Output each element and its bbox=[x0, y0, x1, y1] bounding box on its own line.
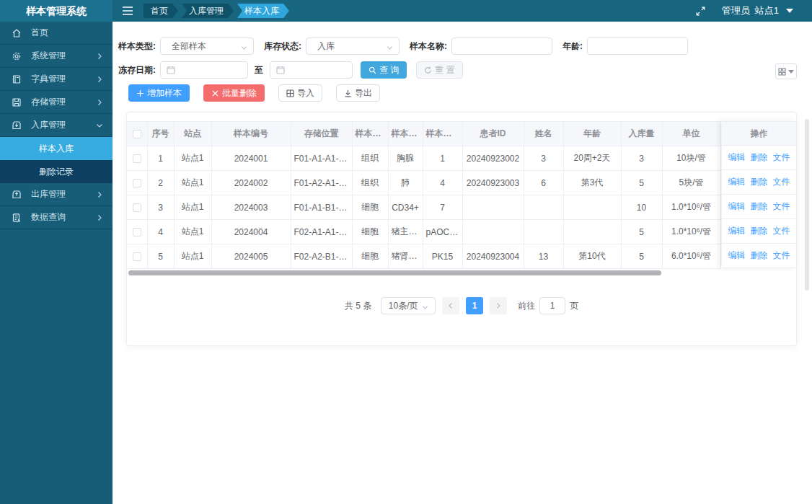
chevron-right-icon bbox=[96, 99, 103, 106]
sidebar-item-dictionary[interactable]: 字典管理 bbox=[0, 68, 112, 91]
horizontal-scrollbar-thumb[interactable] bbox=[128, 270, 661, 275]
age-input[interactable] bbox=[593, 41, 681, 51]
vertical-scrollbar-thumb[interactable] bbox=[805, 119, 809, 291]
user-menu[interactable]: 管理员 站点1 bbox=[722, 4, 793, 17]
table-cell: 1.0*10⁶/管 bbox=[662, 195, 720, 220]
delete-link[interactable]: 删除 bbox=[751, 176, 768, 188]
column-header: 序号 bbox=[147, 122, 174, 146]
delete-link[interactable]: 删除 bbox=[751, 200, 768, 213]
goto-page: 前往 页 bbox=[518, 297, 578, 314]
stock-status-select[interactable]: 入库 bbox=[306, 37, 400, 55]
row-checkbox[interactable] bbox=[133, 252, 141, 261]
table-cell: 6 bbox=[524, 171, 563, 195]
file-link[interactable]: 文件 bbox=[773, 249, 790, 262]
breadcrumb-item[interactable]: 首页 bbox=[144, 4, 178, 18]
table-cell: 5 bbox=[621, 220, 662, 244]
edit-link[interactable]: 编辑 bbox=[728, 249, 746, 262]
chevron-right-icon bbox=[96, 191, 103, 198]
page-number-button[interactable]: 1 bbox=[466, 297, 483, 314]
row-checkbox[interactable] bbox=[133, 179, 141, 187]
table-cell: F01-A2-A1-B2 bbox=[291, 171, 352, 195]
import-button[interactable]: 导入 bbox=[278, 84, 322, 102]
pagination-total: 共 5 条 bbox=[345, 300, 371, 312]
file-link[interactable]: 文件 bbox=[773, 151, 790, 164]
sidebar-item-inbound[interactable]: 入库管理 bbox=[0, 114, 112, 137]
table-row: 5站点12024005F02-A2-B1-B5细胞猪肾上皮PK152024092… bbox=[127, 244, 720, 269]
chevron-down-icon bbox=[788, 70, 794, 74]
sidebar-item-data-query[interactable]: 数据查询 bbox=[0, 206, 112, 229]
table-cell: 5 bbox=[147, 244, 174, 269]
user-role: 管理员 bbox=[722, 4, 750, 17]
table-header-row: 序号站点样本编号存储位置样本类型样本名称样本缩写患者ID姓名年龄入库量单位 bbox=[127, 122, 720, 146]
column-header: 存储位置 bbox=[291, 122, 352, 146]
table-cell: 2024001 bbox=[211, 146, 291, 171]
reset-button[interactable]: 重 置 bbox=[416, 61, 462, 79]
table-cell bbox=[563, 220, 621, 244]
sample-type-select[interactable]: 全部样本 bbox=[160, 37, 254, 55]
sidebar-subitem-delete-records[interactable]: 删除记录 bbox=[0, 160, 112, 183]
menu-fold-icon[interactable] bbox=[122, 6, 133, 16]
column-settings-button[interactable] bbox=[775, 63, 797, 79]
delete-link[interactable]: 删除 bbox=[751, 151, 768, 164]
add-sample-button[interactable]: 增加样本 bbox=[128, 84, 190, 102]
column-header: 样本缩写 bbox=[423, 122, 462, 146]
chevron-down-icon bbox=[96, 122, 103, 129]
table-cell: PK15 bbox=[423, 244, 462, 269]
export-button[interactable]: 导出 bbox=[336, 84, 380, 102]
table-cell: 13 bbox=[524, 244, 563, 269]
page-size-select[interactable]: 10条/页 bbox=[381, 297, 436, 314]
edit-link[interactable]: 编辑 bbox=[728, 176, 746, 188]
edit-link[interactable]: 编辑 bbox=[728, 200, 746, 213]
file-link[interactable]: 文件 bbox=[773, 225, 790, 237]
table-cell: 3 bbox=[524, 146, 563, 171]
edit-link[interactable]: 编辑 bbox=[728, 151, 746, 164]
table-cell bbox=[462, 220, 524, 244]
breadcrumb-item[interactable]: 入库管理 bbox=[182, 4, 234, 18]
breadcrumb-item[interactable]: 样本入库 bbox=[237, 4, 289, 18]
sample-name-input[interactable] bbox=[458, 41, 546, 51]
table-cell: 猪主动... bbox=[388, 220, 423, 244]
refresh-icon bbox=[424, 66, 432, 74]
table-cell: 5块/管 bbox=[662, 171, 720, 195]
operation-cell: 编辑删除文件 bbox=[722, 170, 796, 195]
sidebar-item-system[interactable]: 系统管理 bbox=[0, 45, 112, 68]
table-cell: 组织 bbox=[352, 171, 388, 195]
select-all-checkbox[interactable] bbox=[133, 130, 141, 138]
next-page-button[interactable] bbox=[490, 297, 507, 314]
sidebar-item-storage[interactable]: 存储管理 bbox=[0, 91, 112, 114]
table-cell: 站点1 bbox=[174, 146, 211, 171]
batch-delete-button[interactable]: 批量删除 bbox=[203, 84, 265, 102]
fullscreen-icon[interactable] bbox=[695, 6, 706, 17]
table-cell: 20周+2天 bbox=[563, 146, 621, 171]
sidebar-subitem-sample-inbound[interactable]: 样本入库 bbox=[0, 137, 112, 160]
row-checkbox[interactable] bbox=[133, 203, 141, 212]
goto-page-input[interactable] bbox=[539, 297, 565, 314]
column-header: 姓名 bbox=[524, 122, 563, 146]
table-cell: 1 bbox=[147, 146, 174, 171]
edit-link[interactable]: 编辑 bbox=[728, 225, 746, 237]
row-checkbox[interactable] bbox=[133, 228, 141, 236]
table-cell: 10块/管 bbox=[662, 146, 720, 171]
file-link[interactable]: 文件 bbox=[773, 200, 790, 213]
column-header: 患者ID bbox=[462, 122, 524, 146]
sidebar-item-home[interactable]: 首页 bbox=[0, 22, 112, 45]
table-cell: 肺 bbox=[388, 171, 423, 195]
delete-link[interactable]: 删除 bbox=[751, 225, 768, 237]
stock-status-value: 入库 bbox=[317, 40, 335, 53]
breadcrumb: 首页入库管理样本入库 bbox=[144, 4, 289, 18]
table-cell: 1.0*10⁶/管 bbox=[662, 220, 720, 244]
freeze-date-to-input[interactable] bbox=[270, 61, 353, 79]
sidebar-item-outbound[interactable]: 出库管理 bbox=[0, 183, 112, 206]
prev-page-button[interactable] bbox=[442, 297, 459, 314]
topbar: 首页入库管理样本入库 管理员 站点1 bbox=[112, 0, 812, 22]
freeze-date-from-input[interactable] bbox=[160, 61, 248, 79]
delete-link[interactable]: 删除 bbox=[751, 249, 768, 262]
file-link[interactable]: 文件 bbox=[773, 176, 790, 188]
column-header: 样本编号 bbox=[211, 122, 291, 146]
row-checkbox[interactable] bbox=[133, 154, 141, 163]
table-cell: F02-A2-B1-B5 bbox=[291, 244, 352, 269]
age-field-wrap bbox=[587, 37, 688, 55]
search-button[interactable]: 查 询 bbox=[361, 61, 407, 79]
table-cell: 站点1 bbox=[174, 244, 211, 269]
table-cell: 7 bbox=[423, 195, 462, 220]
